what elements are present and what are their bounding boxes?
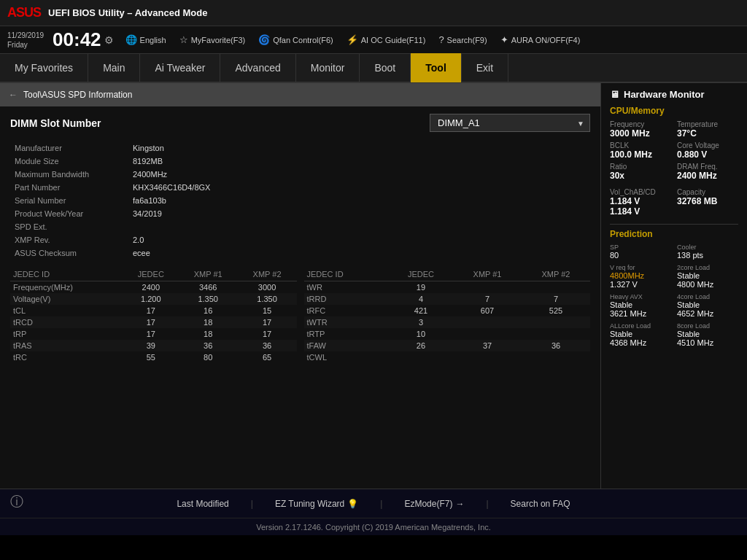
bclk-item: BCLK 100.0 MHz (610, 141, 671, 160)
vol-capacity-grid: Vol_ChAB/CD 1.184 V 1.184 V Capacity 327… (610, 188, 738, 217)
jedec-param: tFAW (304, 340, 389, 351)
dimm-slot-select[interactable]: DIMM_A1 DIMM_A2 DIMM_B1 DIMM_B2 (430, 114, 590, 132)
clock: 00:42 (53, 28, 101, 51)
jedec-param: tRRD (304, 293, 389, 305)
jedec-right-h1: JEDEC (389, 268, 453, 281)
twocore-stable: Stable (677, 271, 738, 280)
prediction-allcore: ALLcore Load Stable 4368 MHz 8core Load … (610, 322, 738, 347)
module-size-value: 8192MB (130, 155, 589, 167)
xmp1-val: 607 (453, 305, 522, 316)
eightcore-freq: 4510 MHz (677, 338, 738, 347)
aura-button[interactable]: ✦ AURA ON/OFF(F4) (500, 34, 581, 45)
jedec-val: 10 (389, 328, 453, 340)
back-arrow-icon[interactable]: ← (9, 90, 18, 100)
vol-chab-label: Vol_ChAB/CD (610, 188, 671, 196)
search-button[interactable]: ? Search(F9) (438, 34, 487, 45)
last-modified-button[interactable]: Last Modified (177, 499, 228, 509)
xmp-rev-value: 2.0 (130, 234, 589, 246)
monitor-icon: 🖥 (610, 89, 619, 100)
xmp-rev-label: XMP Rev. (12, 234, 128, 246)
xmp1-val: 3466 (179, 281, 238, 294)
ai-icon: ⚡ (347, 34, 358, 45)
nav-main[interactable]: Main (88, 53, 140, 82)
day: Friday (7, 40, 44, 50)
version-text: Version 2.17.1246. Copyright (C) 2019 Am… (256, 523, 491, 532)
prediction-vreq: V req for 4800MHz 1.327 V 2core Load Sta… (610, 264, 738, 289)
heavy-avx-freq: 3621 MHz (610, 309, 671, 318)
heavy-avx-label: Heavy AVX (610, 293, 671, 300)
jedec-param: tWR (304, 281, 389, 294)
asus-logo: ASUS (7, 5, 41, 20)
xmp2-val: 525 (522, 305, 590, 316)
prediction-sp-cooler: SP 80 Cooler 138 pts (610, 244, 738, 260)
spd-content: DIMM Slot Number DIMM_A1 DIMM_A2 DIMM_B1… (0, 106, 600, 370)
ez-tuning-button[interactable]: EZ Tuning Wizard 💡 (275, 499, 358, 509)
myfavorite-label: MyFavorite(F3) (191, 36, 246, 44)
week-year-label: Product Week/Year (12, 208, 128, 219)
nav-advanced[interactable]: Advanced (220, 53, 295, 82)
spd-row-max-bandwidth: Maximum Bandwidth 2400MHz (12, 168, 589, 180)
nav-ai-tweaker[interactable]: Ai Tweaker (140, 53, 220, 82)
search-faq-button[interactable]: Search on FAQ (511, 499, 570, 509)
dimm-select-wrapper: DIMM_A1 DIMM_A2 DIMM_B1 DIMM_B2 (430, 114, 590, 132)
jedec-right: JEDEC ID JEDEC XMP #1 XMP #2 tWR 19 tRRD… (304, 268, 591, 363)
xmp2-val: 17 (238, 328, 297, 340)
jedec-left-h2: XMP #1 (179, 268, 238, 281)
table-row: tWTR 3 (304, 316, 591, 328)
table-row: tRRD 4 7 7 (304, 293, 591, 305)
aioc-label: AI OC Guide(F11) (361, 36, 426, 44)
jedec-param: Voltage(V) (10, 293, 123, 305)
xmp2-val: 15 (238, 305, 297, 316)
nav-monitor[interactable]: Monitor (296, 53, 360, 82)
language-selector[interactable]: 🌐 English (125, 34, 166, 45)
search-icon: ? (438, 34, 444, 45)
spd-row-spd-ext: SPD Ext. (12, 221, 589, 233)
cooler-label: Cooler (677, 244, 738, 251)
frequency-value: 3000 MHz (610, 128, 671, 139)
xmp2-val: 3000 (238, 281, 297, 294)
nav-tool[interactable]: Tool (411, 53, 462, 82)
jedec-val: 1.200 (123, 293, 179, 305)
myfavorite-button[interactable]: ☆ MyFavorite(F3) (179, 34, 246, 45)
core-voltage-item: Core Voltage 0.880 V (677, 141, 738, 160)
jedec-val: 17 (123, 328, 179, 340)
xmp2-val: 36 (238, 340, 297, 351)
nav-my-favorites[interactable]: My Favorites (0, 53, 88, 82)
xmp1-val: 18 (179, 316, 238, 328)
jedec-left-body: Frequency(MHz) 2400 3466 3000 Voltage(V)… (10, 281, 297, 364)
breadcrumb-text: Tool\ASUS SPD Information (23, 90, 132, 100)
jedec-val: 26 (389, 340, 453, 351)
gear-icon[interactable]: ⚙ (104, 34, 114, 46)
nav-exit[interactable]: Exit (462, 53, 508, 82)
footer: Last Modified | EZ Tuning Wizard 💡 | EzM… (0, 489, 747, 518)
xmp2-val (522, 281, 590, 294)
spd-row-asus-checksum: ASUS Checksum ecee (12, 247, 589, 259)
twocore-item: 2core Load Stable 4800 MHz (677, 264, 738, 289)
table-row: tRP 17 18 17 (10, 328, 297, 340)
core-voltage-label: Core Voltage (677, 141, 738, 149)
aioc-button[interactable]: ⚡ AI OC Guide(F11) (347, 34, 426, 45)
language-label: English (140, 36, 166, 44)
ratio-item: Ratio 30x (610, 163, 671, 181)
jedec-section: JEDEC ID JEDEC XMP #1 XMP #2 Frequency(M… (10, 268, 590, 363)
part-number-value: KHX3466C16D4/8GX (130, 182, 589, 193)
dimm-header: DIMM Slot Number DIMM_A1 DIMM_A2 DIMM_B1… (10, 114, 590, 132)
xmp1-val: 7 (453, 293, 522, 305)
sp-item: SP 80 (610, 244, 671, 260)
serial-number-label: Serial Number (12, 195, 128, 206)
nav-boot[interactable]: Boot (360, 53, 411, 82)
jedec-left-h3: XMP #2 (238, 268, 297, 281)
qfan-button[interactable]: 🌀 Qfan Control(F6) (258, 34, 333, 45)
xmp1-val: 80 (179, 351, 238, 363)
ez-mode-button[interactable]: EzMode(F7) → (404, 499, 464, 509)
jedec-val: 19 (389, 281, 453, 294)
prediction-avx: Heavy AVX Stable 3621 MHz 4core Load Sta… (610, 293, 738, 318)
xmp1-val (453, 281, 522, 294)
footer-divider-2: | (380, 499, 382, 509)
table-row: tRTP 10 (304, 328, 591, 340)
globe-icon: 🌐 (125, 34, 137, 45)
jedec-right-table: JEDEC ID JEDEC XMP #1 XMP #2 tWR 19 tRRD… (304, 268, 591, 363)
table-row: tRC 55 80 65 (10, 351, 297, 363)
prediction-section-title: Prediction (610, 229, 738, 239)
aura-label: AURA ON/OFF(F4) (511, 36, 581, 44)
